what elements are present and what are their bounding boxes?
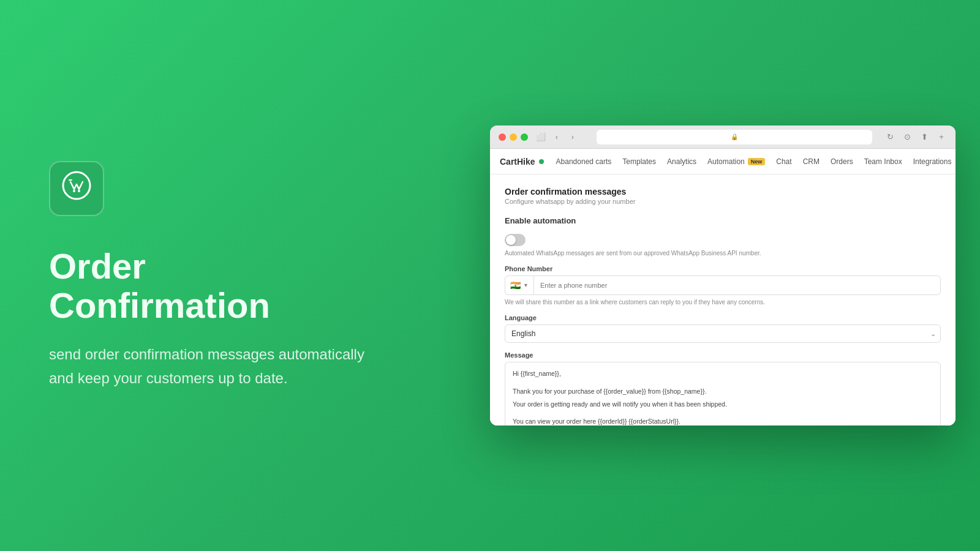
nav-abandoned-carts[interactable]: Abandoned carts (556, 157, 612, 166)
lock-icon: 🔒 (731, 133, 738, 140)
traffic-light-minimize[interactable] (510, 133, 517, 141)
msg-line-2: Thank you for your purchase of {{order_v… (513, 386, 933, 397)
nav-team-inbox[interactable]: Team Inbox (864, 157, 902, 166)
language-select-row: English Hindi Spanish French ⌄ (505, 324, 941, 343)
nav-chat[interactable]: Chat (776, 157, 791, 166)
msg-line-3: Your order is getting ready and we will … (513, 399, 933, 410)
brand-name: CartHike (500, 157, 535, 167)
auto-msg-description: Automated WhatsApp messages are sent fro… (505, 250, 941, 257)
msg-line-1: Hi {{first_name}}, (513, 369, 933, 379)
browser-new-tab-button[interactable]: + (936, 132, 947, 143)
toggle-knob (506, 235, 516, 245)
nav-links: Abandoned carts Templates Analytics Auto… (556, 157, 952, 166)
nav-crm[interactable]: CRM (803, 157, 820, 166)
browser-controls: ⬜ ‹ › (535, 132, 578, 143)
left-panel: Order Confirmation send order confirmati… (0, 124, 417, 427)
flag-selector[interactable]: 🇮🇳 ▼ (505, 276, 534, 294)
phone-number-label: Phone Number (505, 265, 941, 272)
section-title: Order confirmation messages (505, 187, 941, 197)
traffic-light-maximize[interactable] (521, 133, 528, 141)
msg-line-4: You can view your order here {{orderId}}… (513, 416, 933, 425)
browser-chrome: ⬜ ‹ › 🔒 ↻ ⊙ ⬆ + (490, 126, 956, 149)
app-navbar: CartHike Abandoned carts Templates Analy… (490, 149, 956, 174)
enable-automation-label: Enable automation (505, 216, 941, 225)
browser-refresh-button[interactable]: ↻ (884, 132, 895, 143)
browser-wrapper: ⬜ ‹ › 🔒 ↻ ⊙ ⬆ + CartHike (417, 126, 980, 425)
browser-back-button[interactable]: ‹ (551, 132, 562, 143)
phone-hint: We will share this number as a link wher… (505, 299, 941, 305)
language-label: Language (505, 314, 941, 321)
page-subtext: send order confirmation messages automat… (49, 343, 368, 390)
flag-dropdown-icon: ▼ (523, 282, 529, 288)
main-content-panel: Order confirmation messages Configure wh… (490, 174, 956, 425)
phone-input-row: 🇮🇳 ▼ (505, 276, 941, 295)
section-subtitle: Configure whatsapp by adding your number (505, 198, 941, 205)
language-select[interactable]: English Hindi Spanish French (505, 324, 941, 343)
brand-status-dot (539, 159, 544, 164)
message-box: Hi {{first_name}}, Thank you for your pu… (505, 362, 941, 425)
nav-automation[interactable]: Automation New (707, 157, 765, 166)
main-container: Order Confirmation send order confirmati… (0, 0, 980, 551)
address-bar[interactable]: 🔒 (597, 130, 872, 144)
browser-share-button[interactable]: ⬆ (919, 132, 930, 143)
page-heading: Order Confirmation (49, 247, 368, 325)
svg-point-1 (73, 190, 75, 192)
traffic-light-close[interactable] (499, 133, 506, 141)
section-header: Order confirmation messages Configure wh… (505, 187, 941, 205)
phone-input[interactable] (534, 282, 940, 289)
browser-actions: ↻ ⊙ ⬆ + (884, 132, 947, 143)
nav-integrations[interactable]: Integrations (913, 157, 952, 166)
logo-icon (62, 171, 91, 206)
browser-window-icon[interactable]: ⬜ (535, 132, 546, 143)
svg-point-2 (78, 190, 80, 192)
message-label: Message (505, 351, 941, 359)
traffic-lights (499, 133, 528, 141)
nav-brand: CartHike (500, 157, 544, 167)
browser-window: ⬜ ‹ › 🔒 ↻ ⊙ ⬆ + CartHike (490, 126, 956, 425)
content-area: Order confirmation messages Configure wh… (490, 174, 956, 425)
enable-automation-row: Enable automation (505, 216, 941, 225)
nav-analytics[interactable]: Analytics (667, 157, 696, 166)
automation-toggle[interactable] (505, 234, 526, 246)
browser-forward-button[interactable]: › (567, 132, 578, 143)
new-badge: New (748, 158, 766, 165)
browser-account-button[interactable]: ⊙ (902, 132, 913, 143)
logo-box (49, 161, 104, 216)
nav-automation-label: Automation (707, 157, 745, 166)
nav-templates[interactable]: Templates (622, 157, 656, 166)
nav-orders[interactable]: Orders (831, 157, 853, 166)
india-flag: 🇮🇳 (510, 280, 521, 290)
